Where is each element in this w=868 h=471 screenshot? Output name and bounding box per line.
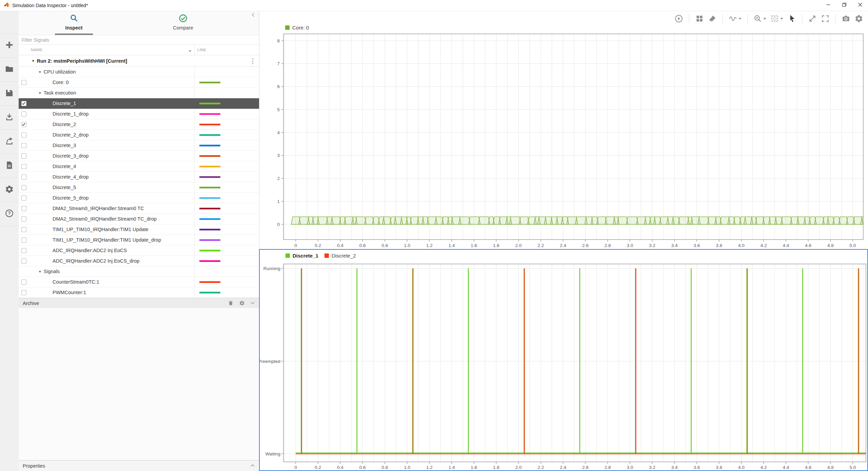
signal-row[interactable]: ADC_IRQHandler:ADC2 Inj EoCS_drop — [19, 256, 259, 266]
tab-compare[interactable]: Compare — [161, 14, 205, 30]
checkbox[interactable] — [21, 153, 26, 159]
pointer-button[interactable] — [787, 14, 796, 23]
checkbox[interactable] — [21, 101, 26, 106]
checkbox[interactable] — [21, 122, 26, 127]
collapse-triangle-icon[interactable]: ▾ — [39, 91, 41, 95]
clear-subplots-button[interactable] — [708, 14, 717, 23]
chevron-down-icon[interactable] — [250, 301, 255, 306]
signal-row[interactable]: Discrete_5_drop — [19, 193, 259, 203]
signal-row[interactable]: Discrete_3_drop — [19, 151, 259, 161]
group-row-signals[interactable]: ▾Signals — [19, 266, 259, 277]
column-header-line[interactable]: LINE — [197, 48, 206, 52]
svg-text:1.6: 1.6 — [471, 243, 477, 248]
tab-inspect[interactable]: Inspect — [53, 14, 95, 30]
signal-options-button[interactable] — [729, 14, 742, 23]
filter-signals-input[interactable] — [19, 35, 259, 44]
checkbox[interactable] — [21, 238, 26, 243]
expand-button[interactable] — [808, 14, 817, 23]
fullscreen-button[interactable] — [821, 14, 830, 23]
signal-row[interactable]: Discrete_2 — [19, 119, 259, 130]
toolbar-divider — [747, 14, 748, 23]
subplot-layout-button[interactable] — [695, 14, 704, 23]
chevron-up-icon[interactable] — [250, 463, 255, 469]
checkbox[interactable] — [21, 132, 26, 138]
trash-icon[interactable] — [228, 300, 234, 306]
collapse-panel-chevron-left-icon[interactable] — [251, 13, 256, 19]
task-states-subplot-selected[interactable]: 00.20.40.60.81.01.21.41.61.82.02.22.42.6… — [259, 249, 868, 471]
signal-rows: ▾Run 2: mstmPeriphsWithHWI [Current]▾CPU… — [19, 55, 259, 298]
signal-row[interactable]: Discrete_5 — [19, 182, 259, 193]
column-header-name[interactable]: NAME — [31, 48, 42, 52]
collapse-triangle-icon[interactable]: ▾ — [39, 269, 41, 274]
svg-text:5.0: 5.0 — [850, 465, 856, 470]
help-button[interactable]: ? — [0, 202, 19, 226]
signal-row[interactable]: DMA2_Stream0_IRQHandler:Stream0 TC_drop — [19, 214, 259, 224]
signal-row[interactable]: Core: 0 — [19, 77, 259, 88]
checkbox[interactable] — [21, 164, 26, 169]
checkbox[interactable] — [21, 143, 26, 148]
checkbox[interactable] — [21, 175, 26, 180]
group-row-task-execution[interactable]: ▾Task execution — [19, 88, 259, 98]
gear-icon[interactable] — [239, 300, 245, 306]
task-states-chart[interactable]: 00.20.40.60.81.01.21.41.61.82.02.22.42.6… — [260, 250, 867, 470]
create-report-button[interactable] — [0, 154, 19, 178]
checkbox[interactable] — [21, 248, 26, 253]
checkbox[interactable] — [21, 196, 26, 201]
signal-row[interactable]: Discrete_1_drop — [19, 109, 259, 119]
signal-row[interactable]: CounterStream0TC:1 — [19, 277, 259, 287]
checkbox[interactable] — [21, 217, 26, 222]
settings-button[interactable] — [854, 14, 863, 23]
checkbox[interactable] — [21, 185, 26, 190]
signal-row[interactable]: PWMCounter:1 — [19, 287, 259, 298]
close-button[interactable] — [852, 0, 868, 11]
signal-row[interactable]: Discrete_1 — [19, 98, 259, 109]
preferences-button[interactable] — [0, 178, 19, 202]
signal-row[interactable]: DMA2_Stream0_IRQHandler:Stream0 TC — [19, 203, 259, 214]
signal-name: Core: 0 — [53, 80, 69, 85]
svg-text:6: 6 — [277, 84, 280, 89]
svg-text:8: 8 — [277, 38, 280, 43]
run-menu-kebab-icon[interactable] — [252, 58, 254, 66]
legend-item-discrete1[interactable]: Discrete_1 — [285, 253, 318, 259]
export-button[interactable] — [0, 130, 19, 154]
replay-button[interactable] — [674, 14, 683, 23]
caret-down-icon[interactable] — [738, 18, 742, 20]
toolbar-divider — [689, 14, 689, 23]
signal-row[interactable]: Discrete_2_drop — [19, 130, 259, 140]
fit-to-view-button[interactable] — [770, 14, 783, 23]
svg-text:5: 5 — [277, 107, 280, 112]
signal-row[interactable]: TIM1_UP_TIM10_IRQHandler:TIM1 Update — [19, 224, 259, 235]
collapse-triangle-icon[interactable]: ▾ — [39, 70, 41, 74]
signal-row[interactable]: Discrete_4_drop — [19, 172, 259, 182]
properties-bar[interactable]: Properties — [19, 460, 259, 471]
caret-down-icon[interactable] — [780, 18, 783, 20]
checkbox[interactable] — [21, 290, 26, 295]
checkbox[interactable] — [21, 206, 26, 211]
signal-row[interactable]: TIM1_UP_TIM10_IRQHandler:TIM1 Update_dro… — [19, 235, 259, 245]
tab-bar: Inspect Compare — [19, 11, 259, 35]
archive-bar[interactable]: Archive — [19, 298, 259, 308]
import-button[interactable] — [0, 106, 19, 130]
minimize-button[interactable] — [820, 0, 836, 11]
checkbox[interactable] — [21, 80, 26, 85]
restore-button[interactable] — [836, 0, 852, 11]
group-row-cpu-utilization[interactable]: ▾CPU utilization — [19, 67, 259, 77]
caret-down-icon[interactable] — [763, 18, 766, 20]
collapse-triangle-icon[interactable]: ▾ — [32, 59, 34, 63]
new-button[interactable] — [0, 34, 19, 58]
snapshot-button[interactable] — [842, 14, 850, 23]
signal-row[interactable]: Discrete_3 — [19, 140, 259, 151]
legend-item-discrete2[interactable]: Discrete_2 — [324, 253, 356, 259]
open-button[interactable] — [0, 58, 19, 82]
zoom-in-button[interactable] — [753, 14, 766, 23]
run-row[interactable]: ▾Run 2: mstmPeriphsWithHWI [Current] — [19, 55, 259, 67]
save-button[interactable] — [0, 82, 19, 106]
signal-row[interactable]: ADC_IRQHandler:ADC2 Inj EoCS — [19, 245, 259, 256]
signal-row[interactable]: Discrete_4 — [19, 161, 259, 172]
checkbox[interactable] — [21, 111, 26, 117]
checkbox[interactable] — [21, 259, 26, 264]
sort-arrow-icon[interactable] — [189, 49, 192, 53]
checkbox[interactable] — [21, 280, 26, 285]
checkbox[interactable] — [21, 227, 26, 232]
cpu-utilization-chart[interactable]: 00.20.40.60.81.01.21.41.61.82.02.22.42.6… — [264, 24, 868, 249]
